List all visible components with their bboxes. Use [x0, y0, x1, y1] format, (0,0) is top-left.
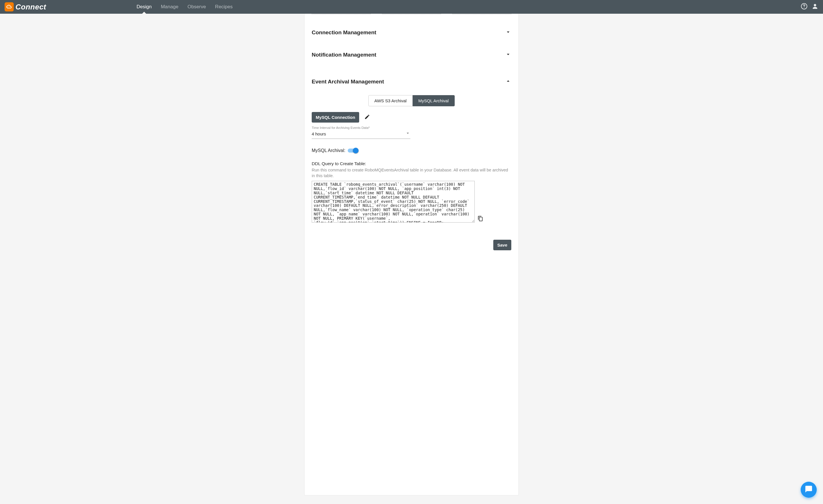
svg-point-2: [814, 4, 816, 6]
edit-icon[interactable]: [364, 114, 370, 121]
svg-point-1: [804, 7, 804, 8]
tab-manage[interactable]: Manage: [156, 0, 183, 14]
section-title: Connection Management: [312, 29, 376, 36]
brand-logo-icon: [5, 2, 14, 11]
chevron-down-icon: [505, 29, 511, 36]
toggle-label: MySQL Archival:: [312, 148, 345, 153]
ddl-title: DDL Query to Create Table:: [312, 161, 511, 166]
copy-icon[interactable]: [478, 216, 483, 223]
section-title: Notification Management: [312, 52, 376, 58]
mysql-connection-button[interactable]: MySQL Connection: [312, 112, 359, 122]
interval-value: 4 hours: [312, 132, 405, 136]
mysql-connection-row: MySQL Connection: [312, 112, 511, 122]
save-button[interactable]: Save: [493, 240, 511, 250]
ddl-query-textarea[interactable]: [312, 181, 475, 223]
archival-panel: AWS S3 Archival MySQL Archival MySQL Con…: [312, 89, 511, 250]
mysql-archival-toggle[interactable]: [348, 149, 358, 153]
account-icon[interactable]: [812, 3, 818, 11]
ddl-help: Run this command to create RoboMQEventsA…: [312, 168, 511, 179]
chat-fab[interactable]: [801, 482, 817, 498]
section-connection-management[interactable]: Connection Management: [312, 25, 511, 40]
nav-tabs: Design Manage Observe Recipes: [132, 0, 237, 14]
brand: Connect: [5, 0, 46, 14]
tab-aws-s3-archival[interactable]: AWS S3 Archival: [368, 95, 413, 106]
tab-mysql-archival[interactable]: MySQL Archival: [413, 95, 455, 106]
ddl-row: [312, 181, 511, 223]
help-icon[interactable]: [801, 3, 808, 11]
page-body: Connection Management Notification Manag…: [0, 14, 823, 504]
section-title: Event Archival Management: [312, 78, 384, 85]
chevron-down-icon: [505, 51, 511, 58]
top-appbar: Connect Design Manage Observe Recipes: [0, 0, 823, 14]
chat-icon: [805, 485, 813, 494]
dotted-separator: [312, 14, 511, 14]
tab-design[interactable]: Design: [132, 0, 156, 14]
appbar-actions: [801, 0, 821, 14]
tab-observe[interactable]: Observe: [183, 0, 210, 14]
brand-name: Connect: [15, 3, 46, 11]
archival-target-tabs: AWS S3 Archival MySQL Archival: [312, 95, 511, 106]
mysql-archival-toggle-row: MySQL Archival:: [312, 148, 511, 153]
tab-recipes[interactable]: Recipes: [210, 0, 237, 14]
interval-label: Time Interval for Archiving Events Data*: [312, 126, 511, 130]
dropdown-icon: [405, 131, 410, 137]
chevron-up-icon: [505, 78, 511, 85]
section-notification-management[interactable]: Notification Management: [312, 47, 511, 62]
settings-card: Connection Management Notification Manag…: [304, 14, 519, 495]
section-event-archival-management[interactable]: Event Archival Management: [312, 74, 511, 89]
interval-select[interactable]: 4 hours: [312, 130, 410, 139]
